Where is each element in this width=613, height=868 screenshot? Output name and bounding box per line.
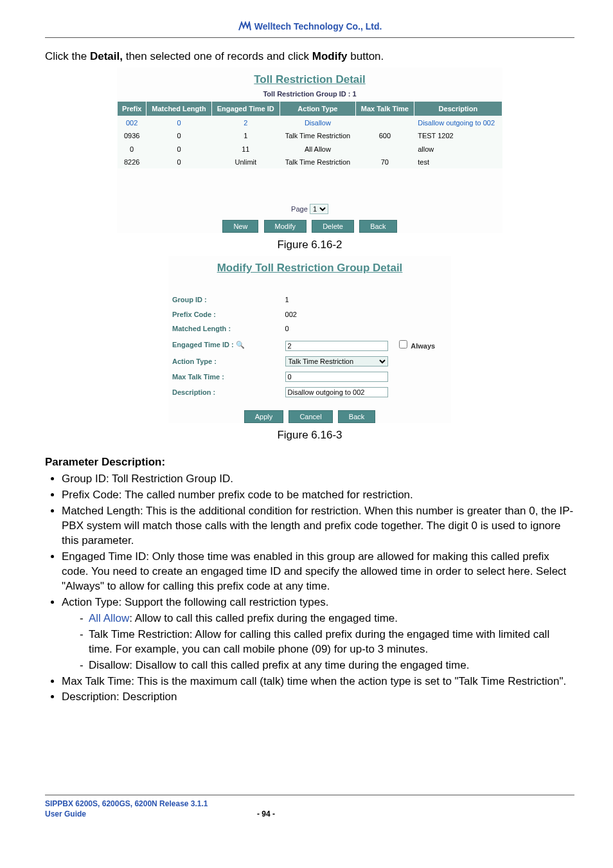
list-item: Disallow: Disallow to call this called p… [80, 658, 574, 673]
prefix-code-value: 002 [283, 308, 450, 321]
list-item: Description: Description [62, 690, 574, 705]
footer-release: SIPPBX 6200S, 6200GS, 6200N Release 3.1.… [45, 799, 257, 809]
table-header-row: Prefix Matched Length Engaged Time ID Ac… [118, 101, 502, 116]
instruction-text: Click the Detail, then selected one of r… [45, 50, 574, 64]
figure-caption-2: Figure 6.16-3 [45, 428, 574, 442]
modify-group-panel: Modify Toll Restriction Group Detail Gro… [168, 256, 451, 423]
new-button[interactable]: New [222, 220, 258, 233]
list-item: Max Talk Time: This is the maximum call … [62, 674, 574, 689]
prefix-code-label: Prefix Code : [170, 308, 281, 321]
page-number: - 94 - [257, 809, 275, 820]
col-max-talk-time: Max Talk Time [355, 101, 414, 116]
back-button[interactable]: Back [338, 410, 375, 423]
always-checkbox[interactable] [399, 340, 407, 348]
pager-select[interactable]: 1 [310, 204, 328, 214]
back-button[interactable]: Back [359, 220, 396, 233]
col-prefix: Prefix [118, 101, 147, 116]
modify-button[interactable]: Modify [264, 220, 306, 233]
table-row[interactable]: 8226 0 Unlimit Talk Time Restriction 70 … [118, 156, 502, 168]
max-talk-time-input[interactable] [285, 372, 388, 382]
page-header: Welltech Technology Co., Ltd. [45, 19, 574, 32]
page-footer: SIPPBX 6200S, 6200GS, 6200N Release 3.1.… [45, 799, 574, 819]
always-label: Always [411, 342, 435, 350]
pager-label: Page [291, 205, 308, 213]
table-row[interactable]: 002 0 2 Disallow Disallow outgoing to 00… [118, 116, 502, 129]
list-item: Action Type: Support the following call … [62, 595, 574, 673]
col-matched-length: Matched Length [147, 101, 211, 116]
matched-length-label: Matched Length : [170, 322, 281, 335]
list-item: Group ID: Toll Restriction Group ID. [62, 472, 574, 487]
group-id-label: Group ID : [170, 293, 281, 306]
list-item: Matched Length: This is the additional c… [62, 504, 574, 548]
group-id-value: 1 [283, 293, 450, 306]
col-action-type: Action Type [280, 101, 355, 116]
pager: Page 1 [117, 204, 502, 214]
matched-length-value: 0 [283, 322, 450, 335]
toll-restriction-detail-panel: Toll Restriction Detail Toll Restriction… [117, 68, 502, 233]
list-item: All Allow: Allow to call this called pre… [80, 611, 574, 626]
action-type-sublist: All Allow: Allow to call this called pre… [62, 611, 574, 673]
logo-icon [238, 21, 252, 32]
description-input[interactable] [285, 387, 388, 397]
parameter-description-heading: Parameter Description: [45, 455, 574, 469]
action-type-select[interactable]: Talk Time Restriction [285, 356, 388, 366]
table-row[interactable]: 0936 0 1 Talk Time Restriction 600 TEST … [118, 129, 502, 142]
header-divider [45, 37, 574, 38]
col-description: Description [414, 101, 502, 116]
description-label: Description : [170, 385, 281, 399]
list-item: Engaged Time ID: Only those time was ena… [62, 550, 574, 594]
footer-divider [45, 795, 574, 795]
list-item: Prefix Code: The called number prefix co… [62, 488, 574, 503]
brand-text: Welltech Technology Co., Ltd. [254, 21, 382, 32]
figure-caption-1: Figure 6.16-2 [45, 238, 574, 252]
search-icon[interactable]: 🔍 [236, 341, 245, 348]
panel-title: Modify Toll Restriction Group Detail [168, 261, 451, 275]
restriction-table: Prefix Matched Length Engaged Time ID Ac… [117, 101, 502, 168]
cancel-button[interactable]: Cancel [289, 410, 332, 423]
panel-title: Toll Restriction Detail [117, 73, 502, 87]
list-item: Talk Time Restriction: Allow for calling… [80, 628, 574, 657]
col-engaged-time: Engaged Time ID [211, 101, 280, 116]
apply-button[interactable]: Apply [244, 410, 284, 423]
engaged-time-input[interactable] [285, 341, 388, 351]
delete-button[interactable]: Delete [312, 220, 354, 233]
parameter-list: Group ID: Toll Restriction Group ID. Pre… [45, 472, 574, 705]
footer-guide: User Guide [45, 809, 257, 820]
engaged-time-label: Engaged Time ID : 🔍 [170, 336, 281, 353]
table-row[interactable]: 0 0 11 All Allow allow [118, 143, 502, 156]
panel-subtitle: Toll Restriction Group ID : 1 [117, 89, 502, 98]
max-talk-time-label: Max Talk Time : [170, 370, 281, 384]
action-type-label: Action Type : [170, 354, 281, 368]
